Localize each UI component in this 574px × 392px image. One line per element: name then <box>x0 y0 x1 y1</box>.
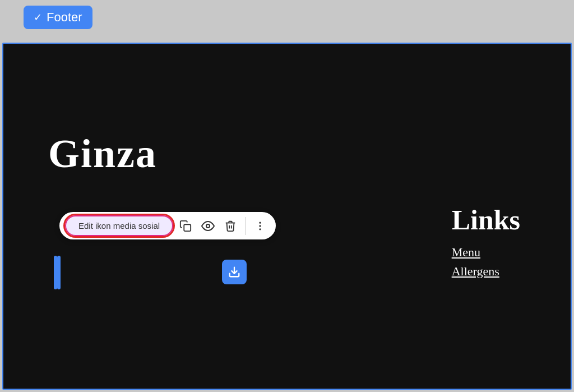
list-item: Menu <box>452 245 520 260</box>
svg-point-2 <box>259 222 261 223</box>
footer-badge[interactable]: ✓ Footer <box>24 6 92 29</box>
footer-badge-label: Footer <box>47 10 82 25</box>
allergens-link[interactable]: Allergens <box>452 264 499 278</box>
svg-rect-0 <box>184 224 191 231</box>
toolbar-divider <box>245 217 246 235</box>
checkmark-icon: ✓ <box>34 11 42 24</box>
svg-point-4 <box>259 228 261 230</box>
delete-button[interactable] <box>220 216 240 236</box>
list-item: Allergens <box>452 264 520 279</box>
brand-name: Ginza <box>48 131 157 177</box>
svg-point-1 <box>206 224 210 228</box>
main-canvas: Ginza Edit ikon media sosial <box>2 43 572 390</box>
copy-button[interactable] <box>175 216 196 236</box>
right-handle[interactable] <box>57 256 61 289</box>
links-section: Links Menu Allergens <box>452 204 520 283</box>
download-button[interactable] <box>222 260 247 284</box>
eye-button[interactable] <box>198 216 218 236</box>
edit-label[interactable]: Edit ikon media sosial <box>65 215 173 236</box>
social-row-wrapper <box>54 256 61 289</box>
edit-toolbar: Edit ikon media sosial <box>59 212 276 239</box>
links-list: Menu Allergens <box>452 245 520 279</box>
more-options-button[interactable] <box>250 216 270 236</box>
links-title: Links <box>452 204 520 236</box>
menu-link[interactable]: Menu <box>452 245 480 259</box>
svg-point-3 <box>259 225 261 227</box>
